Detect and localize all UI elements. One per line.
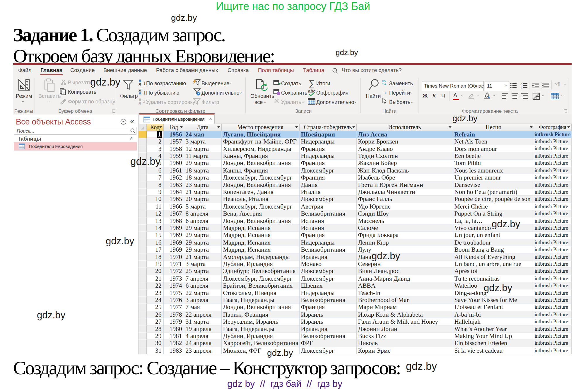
svg-text:c: c bbox=[385, 83, 387, 86]
svg-text:b: b bbox=[382, 80, 384, 83]
svg-text:3: 3 bbox=[521, 86, 522, 89]
